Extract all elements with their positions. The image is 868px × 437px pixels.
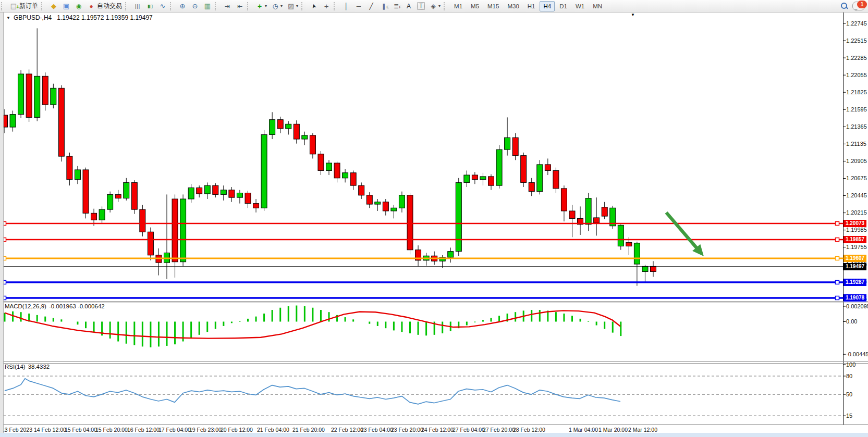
vline-icon	[342, 2, 350, 10]
timeframe-button-m1[interactable]: M1	[450, 1, 466, 11]
price-tick-label: 1.20675	[846, 175, 867, 181]
date-label: 15 Feb 04:00	[65, 427, 97, 433]
toolbar-grip	[41, 2, 46, 10]
date-label: 22 Feb 12:00	[331, 427, 363, 433]
crosshair-icon	[322, 2, 331, 10]
date-label: 19 Feb 23:00	[189, 427, 222, 433]
vline-button[interactable]	[340, 1, 352, 11]
rsi-axis-label: 100	[846, 361, 855, 368]
date-label: 28 Feb 12:00	[513, 427, 545, 433]
hline-button[interactable]	[353, 1, 364, 11]
notification-badge[interactable]: 1	[857, 1, 867, 8]
series-shift-marker: ▼	[631, 13, 635, 17]
fibonacci-icon	[392, 2, 400, 10]
bar-chart-button[interactable]	[132, 1, 143, 11]
channel-button[interactable]	[378, 1, 389, 11]
toolbar-grip	[215, 2, 220, 10]
cursor-button[interactable]	[308, 1, 320, 11]
timeframe-button-mn[interactable]: MN	[589, 1, 606, 11]
search-icon[interactable]	[840, 2, 848, 10]
template-icon	[287, 2, 295, 10]
text-icon	[405, 2, 413, 10]
timeframe-button-m30[interactable]: M30	[504, 1, 522, 11]
macd-axis-label: 0.002095	[846, 303, 868, 309]
tile-windows-icon	[203, 2, 212, 10]
timeframe-button-m5[interactable]: M5	[467, 1, 483, 11]
auto-scroll-button[interactable]	[222, 1, 233, 11]
zoom-in-button[interactable]	[177, 1, 188, 11]
text-label-button[interactable]	[415, 1, 426, 11]
support-line-blue-2-tag[interactable]: 1.19078	[843, 294, 866, 302]
crosshair-button[interactable]	[321, 1, 332, 11]
trendline-icon	[367, 2, 375, 10]
autotrade-button[interactable]: 自动交易	[85, 1, 124, 11]
candle-chart-icon	[146, 2, 154, 10]
price-tick-label: 1.22515	[846, 38, 867, 44]
line-chart-button[interactable]	[157, 1, 168, 11]
new-order-icon	[9, 2, 18, 10]
candle-chart-button[interactable]	[144, 1, 156, 11]
gold-button[interactable]	[48, 1, 59, 11]
date-label: 1 Mar 04:00	[569, 427, 598, 433]
title-collapse-icon[interactable]: ▼	[6, 16, 10, 20]
rsi-label: RSI(14)	[5, 364, 26, 370]
date-label: 23 Feb 04:00	[361, 427, 393, 433]
date-label: 13 Feb 2023	[2, 427, 32, 433]
text-button[interactable]	[403, 1, 414, 11]
rsi-value: 38.4332	[28, 364, 50, 370]
price-tick-label: 1.20445	[846, 192, 867, 198]
timeframe-button-h4[interactable]: H4	[540, 1, 555, 11]
community-button[interactable]	[60, 1, 72, 11]
resistance-line-1-tag[interactable]: 1.20073	[843, 220, 866, 227]
hline-icon	[354, 2, 363, 10]
toolbar-grip	[247, 2, 252, 10]
window-bottom-border	[0, 433, 868, 437]
chart-symbol-timeframe: GBPUSD-,H4	[14, 14, 52, 21]
date-label: 15 Feb 20:00	[95, 427, 128, 433]
signals-button[interactable]	[73, 1, 84, 11]
text-label-icon	[417, 2, 425, 10]
current-price-line-tag[interactable]: 1.19497	[843, 263, 866, 270]
macd-values: -0.001963 -0.000642	[49, 303, 105, 309]
periods-button[interactable]: ▾	[270, 1, 284, 11]
resistance-line-2-tag[interactable]: 1.19857	[843, 236, 866, 243]
zoom-out-button[interactable]	[189, 1, 201, 11]
timeframe-button-m15[interactable]: M15	[484, 1, 503, 11]
indicators-button[interactable]: ▾	[254, 1, 268, 11]
price-tick-label: 1.21825	[846, 89, 867, 95]
date-label: 20 Feb 12:00	[221, 427, 253, 433]
shapes-icon	[429, 2, 437, 10]
support-line-orange-tag[interactable]: 1.19607	[843, 255, 866, 262]
macd-label: MACD(12,26,9)	[5, 303, 46, 309]
chart-shift-icon	[236, 2, 244, 10]
chevron-down-icon: ▾	[265, 4, 267, 8]
template-button[interactable]: ▾	[285, 1, 300, 11]
chart-canvas[interactable]	[3, 13, 843, 424]
terminal-window: { "toolbar": { "groups": [ {"items": [{"…	[0, 0, 868, 437]
periods-icon	[271, 2, 279, 10]
rsi-label-row: RSI(14)38.4332	[5, 364, 50, 370]
tile-windows-button[interactable]	[202, 1, 213, 11]
price-tick-label: 1.20905	[846, 158, 867, 164]
support-line-blue-1-tag[interactable]: 1.19287	[843, 279, 866, 286]
chart-shift-button[interactable]	[234, 1, 246, 11]
shapes-button[interactable]: ▾	[427, 1, 442, 11]
window-left-border	[0, 12, 4, 437]
price-tick-label: 1.21365	[846, 123, 867, 130]
toolbar-grip	[125, 2, 130, 10]
timeframe-button-d1[interactable]: D1	[556, 1, 571, 11]
new-order-button[interactable]: 新订单	[8, 1, 40, 11]
toolbar-buttons: 新订单自动交易▾▾▾▾M1M5M15M30H1H4D1W1MN	[0, 0, 840, 12]
timeframe-button-w1[interactable]: W1	[572, 1, 588, 11]
timeframe-button-h1[interactable]: H1	[524, 1, 539, 11]
toolbar-grip	[1, 2, 6, 10]
price-tick-label: 1.22055	[846, 72, 867, 78]
trendline-button[interactable]	[365, 1, 377, 11]
chevron-down-icon: ▾	[438, 4, 441, 8]
chevron-down-icon: ▾	[296, 4, 298, 8]
date-label: 21 Feb 04:00	[257, 427, 289, 433]
bar-chart-icon	[133, 2, 142, 10]
fibonacci-button[interactable]	[390, 1, 402, 11]
trend-arrow-annotation[interactable]	[666, 213, 704, 256]
date-label: 21 Feb 20:00	[292, 427, 325, 433]
